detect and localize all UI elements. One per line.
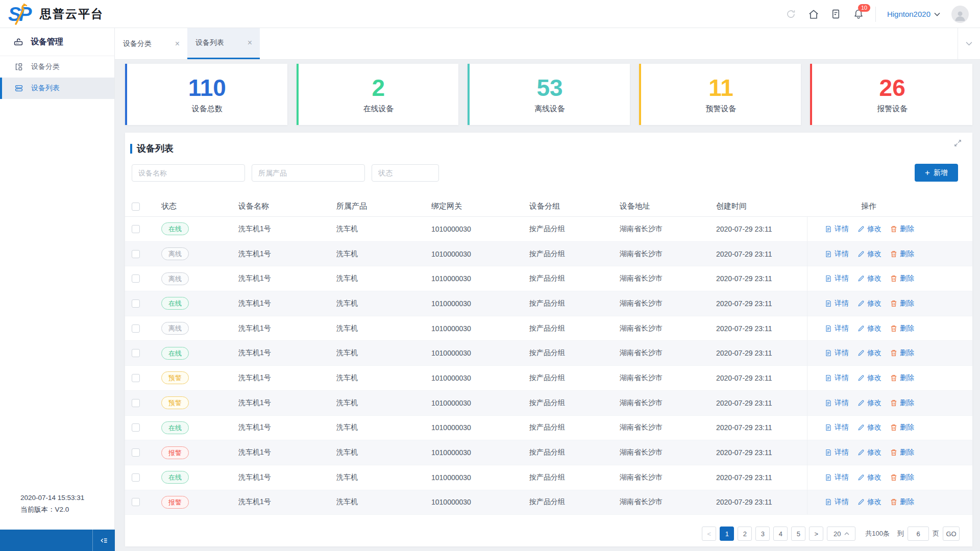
edit-link[interactable]: 修改 xyxy=(857,249,881,259)
pagination-page-3[interactable]: 3 xyxy=(755,527,770,541)
detail-link[interactable]: 详情 xyxy=(825,473,849,482)
device-name-filter-input[interactable] xyxy=(132,164,245,182)
detail-link[interactable]: 详情 xyxy=(825,348,849,358)
row-checkbox[interactable] xyxy=(125,399,161,407)
stat-card-3: 11 预警设备 xyxy=(639,64,801,125)
status-filter-input[interactable] xyxy=(372,164,439,182)
status-badge: 在线 xyxy=(161,421,189,434)
total-count-label: 共100条 xyxy=(865,529,890,538)
edit-link[interactable]: 修改 xyxy=(857,274,881,283)
tab-options-button[interactable] xyxy=(958,28,980,59)
detail-link[interactable]: 详情 xyxy=(825,249,849,259)
tab-device-category[interactable]: 设备分类 × xyxy=(115,28,187,59)
page-size-select[interactable]: 20 xyxy=(827,527,855,541)
close-icon[interactable]: × xyxy=(248,38,252,47)
username-label: Hignton2020 xyxy=(887,10,930,18)
delete-link[interactable]: 删除 xyxy=(890,249,914,259)
delete-link[interactable]: 删除 xyxy=(890,497,914,507)
detail-link[interactable]: 详情 xyxy=(825,448,849,457)
row-checkbox[interactable] xyxy=(125,423,161,432)
product-filter-input[interactable] xyxy=(252,164,365,182)
user-menu[interactable]: Hignton2020 xyxy=(887,10,940,18)
edit-link[interactable]: 修改 xyxy=(857,473,881,482)
row-checkbox[interactable] xyxy=(125,473,161,482)
gateway-id: 1010000030 xyxy=(431,498,529,506)
device-name: 洗车机1号 xyxy=(238,249,336,259)
sidebar-item-device-list[interactable]: 设备列表 xyxy=(0,78,114,99)
edit-link[interactable]: 修改 xyxy=(857,423,881,432)
collapse-sidebar-button[interactable] xyxy=(92,530,115,551)
row-checkbox[interactable] xyxy=(125,448,161,457)
delete-link[interactable]: 删除 xyxy=(890,373,914,383)
pagination-page-5[interactable]: 5 xyxy=(791,527,805,541)
delete-link[interactable]: 删除 xyxy=(890,299,914,308)
delete-link[interactable]: 删除 xyxy=(890,274,914,283)
created-time: 2020-07-29 23:11 xyxy=(716,448,807,457)
detail-link[interactable]: 详情 xyxy=(825,299,849,308)
row-checkbox[interactable] xyxy=(125,374,161,382)
edit-link[interactable]: 修改 xyxy=(857,398,881,408)
column-header: 操作 xyxy=(807,196,972,216)
row-checkbox[interactable] xyxy=(125,274,161,283)
add-device-button[interactable]: + 新增 xyxy=(915,164,958,182)
device-group: 按产品分组 xyxy=(529,224,620,234)
detail-icon xyxy=(825,300,832,307)
detail-link[interactable]: 详情 xyxy=(825,274,849,283)
edit-link[interactable]: 修改 xyxy=(857,497,881,507)
delete-link[interactable]: 删除 xyxy=(890,324,914,333)
delete-link[interactable]: 删除 xyxy=(890,224,914,234)
select-all-checkbox[interactable] xyxy=(125,203,161,211)
expand-icon[interactable] xyxy=(953,139,962,149)
detail-icon xyxy=(825,474,832,481)
detail-link[interactable]: 详情 xyxy=(825,373,849,383)
row-checkbox[interactable] xyxy=(125,225,161,233)
pagination-prev-button[interactable]: < xyxy=(702,527,716,541)
close-icon[interactable]: × xyxy=(175,39,180,48)
detail-link[interactable]: 详情 xyxy=(825,398,849,408)
delete-link[interactable]: 删除 xyxy=(890,398,914,408)
detail-link[interactable]: 详情 xyxy=(825,497,849,507)
detail-link[interactable]: 详情 xyxy=(825,324,849,333)
tab-label: 设备分类 xyxy=(123,39,152,48)
brand: S P 思普云平台 xyxy=(8,0,104,28)
edit-link[interactable]: 修改 xyxy=(857,299,881,308)
edit-link[interactable]: 修改 xyxy=(857,448,881,457)
status-badge: 报警 xyxy=(161,496,189,509)
pagination-page-1[interactable]: 1 xyxy=(720,527,734,541)
row-checkbox[interactable] xyxy=(125,324,161,333)
stat-value: 26 xyxy=(879,75,905,101)
row-checkbox[interactable] xyxy=(125,299,161,308)
avatar[interactable] xyxy=(951,6,969,23)
bell-icon[interactable]: 10 xyxy=(853,9,864,20)
row-checkbox[interactable] xyxy=(125,349,161,357)
delete-link[interactable]: 删除 xyxy=(890,448,914,457)
delete-link[interactable]: 删除 xyxy=(890,348,914,358)
detail-link[interactable]: 详情 xyxy=(825,224,849,234)
refresh-icon[interactable] xyxy=(786,9,797,20)
page-jump-input[interactable]: 6 xyxy=(908,527,929,541)
pagination-page-4[interactable]: 4 xyxy=(773,527,788,541)
edit-link[interactable]: 修改 xyxy=(857,373,881,383)
document-icon[interactable] xyxy=(830,9,842,20)
edit-link[interactable]: 修改 xyxy=(857,348,881,358)
edit-link[interactable]: 修改 xyxy=(857,324,881,333)
table-row: 在线 洗车机1号 洗车机 1010000030 按产品分组 湖南省长沙市 202… xyxy=(125,341,972,366)
go-button[interactable]: GO xyxy=(943,527,960,541)
filter-row: + 新增 xyxy=(132,164,958,182)
edit-link[interactable]: 修改 xyxy=(857,224,881,234)
row-checkbox[interactable] xyxy=(125,250,161,258)
home-icon[interactable] xyxy=(808,9,819,20)
table-row: 在线 洗车机1号 洗车机 1010000030 按产品分组 湖南省长沙市 202… xyxy=(125,416,972,441)
edit-icon xyxy=(857,349,865,357)
detail-icon xyxy=(825,374,832,382)
delete-link[interactable]: 删除 xyxy=(890,423,914,432)
device-group: 按产品分组 xyxy=(529,423,620,432)
delete-link[interactable]: 删除 xyxy=(890,473,914,482)
tab-device-list[interactable]: 设备列表 × xyxy=(187,28,260,59)
sidebar-item-device-category[interactable]: 设备分类 xyxy=(0,56,114,78)
row-checkbox[interactable] xyxy=(125,498,161,506)
detail-link[interactable]: 详情 xyxy=(825,423,849,432)
pagination-next-button[interactable]: > xyxy=(809,527,823,541)
panel-title-label: 设备列表 xyxy=(137,142,174,155)
pagination-page-2[interactable]: 2 xyxy=(738,527,752,541)
